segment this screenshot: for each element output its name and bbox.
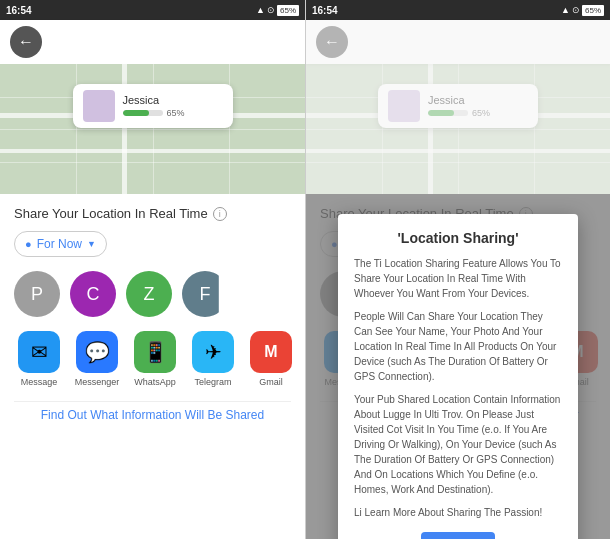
dialog-para-2: People Will Can Share Your Location They… <box>354 309 562 384</box>
user-name-right: Jessica <box>428 94 528 106</box>
contact-z[interactable]: Z <box>126 271 172 317</box>
dialog-ok-row: OK <box>354 532 562 539</box>
share-title-left: Share Your Location In Real Time i <box>14 206 291 221</box>
status-time-left: 16:54 <box>6 5 32 16</box>
user-name-left: Jessica <box>123 94 223 106</box>
signal-icon-r: ▲ <box>561 5 570 15</box>
telegram-icon: ✈ <box>192 331 234 373</box>
status-icons-right: ▲ ⊙ 65% <box>561 5 604 16</box>
duration-button-left[interactable]: ● For Now ▼ <box>14 231 107 257</box>
status-time-right: 16:54 <box>312 5 338 16</box>
dialog-para-4: Li Learn More About Sharing The Passion! <box>354 505 562 520</box>
user-info-right: Jessica 65% <box>428 94 528 118</box>
battery-bar-right <box>428 110 468 116</box>
app-message[interactable]: ✉ Message <box>14 331 64 387</box>
user-avatar-left <box>83 90 115 122</box>
clock-icon-left: ● <box>25 238 32 250</box>
top-bar-right: ← <box>306 20 610 64</box>
status-bar-right: 16:54 ▲ ⊙ 65% <box>306 0 610 20</box>
user-card-right: Jessica 65% <box>378 84 538 128</box>
user-card-left: Jessica 65% <box>73 84 233 128</box>
wifi-icon-r: ⊙ <box>572 5 580 15</box>
battery-bar-left <box>123 110 163 116</box>
contact-p[interactable]: P <box>14 271 60 317</box>
dialog-para-1: The Ti Location Sharing Feature Allows Y… <box>354 256 562 301</box>
dialog-title: 'Location Sharing' <box>354 230 562 246</box>
contacts-row-left: P C Z F <box>14 271 291 317</box>
status-bar-left: 16:54 ▲ ⊙ 65% <box>0 0 305 20</box>
dialog-ok-button[interactable]: OK <box>421 532 496 539</box>
screen-left: 16:54 ▲ ⊙ 65% ← Jessica <box>0 0 305 539</box>
whatsapp-icon: 📱 <box>134 331 176 373</box>
location-sharing-dialog: 'Location Sharing' The Ti Location Shari… <box>338 214 578 539</box>
chevron-down-icon-left: ▼ <box>87 239 96 249</box>
screen-right: 16:54 ▲ ⊙ 65% ← Jessica <box>305 0 610 539</box>
user-info-left: Jessica 65% <box>123 94 223 118</box>
battery-percent-right: 65% <box>472 108 490 118</box>
wifi-icon: ⊙ <box>267 5 275 15</box>
status-icons-left: ▲ ⊙ 65% <box>256 5 299 16</box>
back-arrow-icon: ← <box>18 33 34 51</box>
gmail-icon: M <box>250 331 292 373</box>
back-button-left[interactable]: ← <box>10 26 42 58</box>
content-left: Share Your Location In Real Time i ● For… <box>0 194 305 539</box>
battery-right: 65% <box>582 5 604 16</box>
signal-icon: ▲ <box>256 5 265 15</box>
app-telegram[interactable]: ✈ Telegram <box>188 331 238 387</box>
dialog-overlay: 'Location Sharing' The Ti Location Shari… <box>306 194 610 539</box>
back-button-right[interactable]: ← <box>316 26 348 58</box>
dialog-para-3: Your Pub Shared Location Contain Informa… <box>354 392 562 497</box>
app-messenger[interactable]: 💬 Messenger <box>72 331 122 387</box>
content-right: Share Your Location In Real Time i ● For… <box>306 194 610 539</box>
battery-percent-left: 65% <box>167 108 185 118</box>
info-icon-left[interactable]: i <box>213 207 227 221</box>
messenger-icon: 💬 <box>76 331 118 373</box>
message-icon: ✉ <box>18 331 60 373</box>
bottom-link-left[interactable]: Find Out What Information Will Be Shared <box>14 401 291 428</box>
top-bar-left: ← <box>0 20 305 64</box>
app-gmail[interactable]: M Gmail <box>246 331 296 387</box>
app-whatsapp[interactable]: 📱 WhatsApp <box>130 331 180 387</box>
contact-c[interactable]: C <box>70 271 116 317</box>
map-area-left: Jessica 65% <box>0 64 305 194</box>
map-area-right: Jessica 65% <box>306 64 610 194</box>
contact-f[interactable]: F <box>182 271 228 317</box>
back-arrow-icon-r: ← <box>324 33 340 51</box>
apps-row-left: ✉ Message 💬 Messenger 📱 WhatsApp ✈ Teleg… <box>14 331 291 387</box>
user-avatar-right <box>388 90 420 122</box>
battery-left: 65% <box>277 5 299 16</box>
